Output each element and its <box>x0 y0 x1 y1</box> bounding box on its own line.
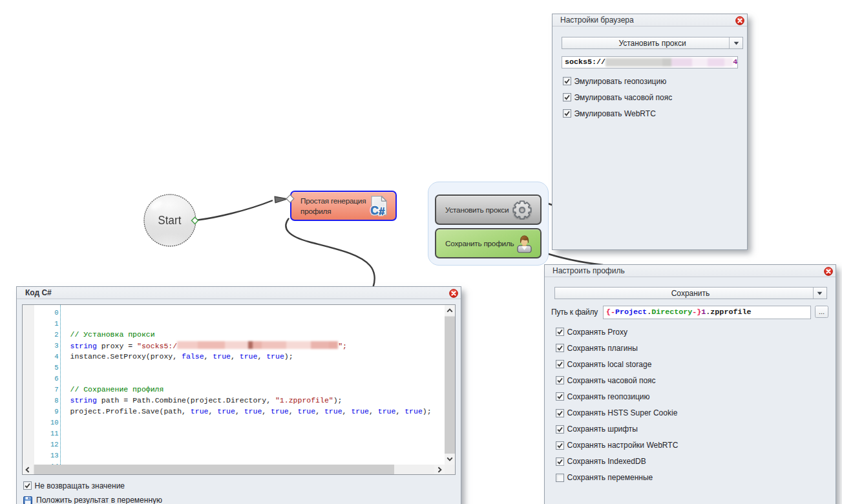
proxy-url-port: 4: <box>733 58 738 67</box>
close-icon[interactable] <box>824 267 833 276</box>
checkbox-checked[interactable] <box>556 328 564 336</box>
code-line: 6 <box>23 373 445 384</box>
checkbox-row[interactable]: Эмулировать часовой пояс <box>563 93 672 102</box>
code-token-kw: false <box>182 352 204 361</box>
save-profile-action-block[interactable]: Сохранить профиль <box>435 228 542 258</box>
checkbox-row[interactable]: Сохранять плагины <box>556 344 638 353</box>
save-action-button[interactable]: Сохранить <box>554 287 827 299</box>
checkbox-label: Эмулировать WebRTC <box>574 109 656 118</box>
checkbox-row[interactable]: Сохранять переменные <box>556 473 653 482</box>
proxy-url-input[interactable]: socks5://4: <box>562 56 738 68</box>
code-token-pl: , <box>262 407 271 415</box>
code-line: 8string path = Path.Combine(project.Dire… <box>23 396 445 407</box>
checkbox-label: Сохранять HSTS Super Cookie <box>567 408 678 417</box>
dropdown-arrow-icon[interactable] <box>813 288 826 299</box>
code-line: 5 <box>23 362 445 373</box>
code-panel-titlebar[interactable]: Код C# <box>17 287 461 299</box>
no-return-checkbox-row[interactable]: Не возвращать значение <box>23 481 125 490</box>
close-icon[interactable] <box>449 289 458 298</box>
checkbox-checked[interactable] <box>556 360 564 368</box>
checkbox-checked[interactable] <box>556 425 564 434</box>
code-line: 1 <box>23 319 445 330</box>
checkbox-unchecked[interactable] <box>556 474 564 482</box>
scroll-right-icon[interactable] <box>434 465 445 475</box>
browse-button[interactable]: ... <box>815 306 828 318</box>
wire-saveblock-to-panel <box>542 252 603 266</box>
checkbox-row[interactable]: Сохранять Proxy <box>556 328 627 337</box>
field-text-segment: {- <box>606 308 615 317</box>
code-token-pl: ); <box>423 407 432 415</box>
profile-panel-title: Настроить профиль <box>553 266 625 275</box>
code-token-pl: path = Path.Combine(project.Directory, <box>97 396 275 404</box>
checkbox-row[interactable]: Эмулировать геопозицию <box>563 77 666 86</box>
csharp-action-block[interactable]: Простая генерацияпрофиля C C # # <box>290 191 397 221</box>
code-token-pl: proxy = <box>97 342 137 350</box>
code-line: 10 <box>23 418 445 429</box>
csharp-code-panel: Код C# 012// Установка прокси3string pro… <box>16 286 461 504</box>
dropdown-arrow-icon[interactable] <box>729 37 742 48</box>
code-text: string proxy = "socks5:/"; <box>70 341 347 350</box>
checkbox-checked[interactable] <box>556 344 564 352</box>
checkbox-label: Сохранять плагины <box>567 344 638 353</box>
set-proxy-action-button[interactable]: Установить прокси <box>562 37 743 49</box>
vertical-scroll-thumb[interactable] <box>445 316 455 454</box>
code-token-pl: , <box>208 407 217 415</box>
scroll-up-icon[interactable] <box>445 305 455 315</box>
code-token-pl: , <box>289 407 298 415</box>
code-token-com: // Сохранение профиля <box>70 385 164 394</box>
checkbox-row[interactable]: Сохранять IndexedDB <box>556 457 646 466</box>
code-token-pl: , <box>342 407 352 415</box>
checkbox-checked[interactable] <box>556 457 564 466</box>
code-token-kw: string <box>70 342 97 350</box>
set-proxy-action-block[interactable]: Установить прокси <box>435 194 542 225</box>
browser-panel-title: Настройки браузера <box>560 16 634 25</box>
editor-margin <box>23 305 34 465</box>
checkbox-checked[interactable] <box>556 441 564 450</box>
checkbox-row[interactable]: Сохранять шрифты <box>556 425 638 434</box>
horizontal-scroll-thumb[interactable] <box>34 465 394 474</box>
code-token-kw: true <box>351 407 369 415</box>
proxy-url-value: socks5:// <box>565 58 605 67</box>
profile-settings-panel: Настроить профиль Сохранить Путь к файлу… <box>544 264 836 504</box>
code-text: instance.SetProxy(proxy, false, true, tr… <box>70 352 293 361</box>
browser-panel-titlebar[interactable]: Настройки браузера <box>553 14 747 26</box>
code-token-pl: , <box>395 407 405 415</box>
code-token-str: "socks5:/ <box>137 342 177 350</box>
checkbox-row[interactable]: Сохранять настройки WebRTC <box>556 441 678 450</box>
checkbox-row[interactable]: Сохранять local storage <box>556 360 651 369</box>
vertical-scrollbar[interactable] <box>445 305 455 465</box>
checkbox-label: Сохранять local storage <box>567 360 652 369</box>
close-icon[interactable] <box>735 16 744 25</box>
svg-text:#: # <box>379 205 384 216</box>
checkbox-checked[interactable] <box>556 392 564 401</box>
code-token-kw: true <box>266 352 284 361</box>
code-token-pl: ); <box>284 352 293 361</box>
checkbox-row[interactable]: Сохранять геопозицию <box>556 392 650 401</box>
code-line: 9project.Profile.Save(path, true, true, … <box>23 407 445 418</box>
profile-panel-titlebar[interactable]: Настроить профиль <box>545 265 836 277</box>
checkbox-checked[interactable] <box>563 93 571 101</box>
start-node[interactable]: Start <box>144 194 196 246</box>
checkbox-row[interactable]: Сохранять HSTS Super Cookie <box>556 408 677 417</box>
scroll-left-icon[interactable] <box>23 465 33 475</box>
checkbox-label: Сохранять геопозицию <box>567 392 650 401</box>
checkbox-checked[interactable] <box>556 376 564 384</box>
checkbox-checked[interactable] <box>563 77 571 85</box>
code-text: project.Profile.Save(path, true, true, t… <box>70 407 432 415</box>
code-line: 2// Установка прокси <box>23 330 445 341</box>
save-profile-block-label: Сохранить профиль <box>445 239 514 248</box>
code-editor[interactable]: 012// Установка прокси3string proxy = "s… <box>22 304 456 475</box>
field-text-segment: .zpprofile <box>706 308 751 317</box>
checkbox-checked[interactable] <box>23 481 32 490</box>
horizontal-scrollbar[interactable] <box>23 465 445 474</box>
checkbox-checked[interactable] <box>556 409 564 417</box>
file-path-input[interactable]: {-Project.Directory-}1.zpprofile <box>603 306 811 319</box>
checkbox-row[interactable]: Эмулировать WebRTC <box>563 109 656 118</box>
scroll-down-icon[interactable] <box>445 454 455 465</box>
field-text-segment: Project <box>615 308 647 317</box>
checkbox-label: Сохранять Proxy <box>567 328 627 337</box>
result-variable-row[interactable]: Положить результат в переменную <box>23 496 162 504</box>
checkbox-row[interactable]: Сохранять часовой пояс <box>556 376 656 385</box>
checkbox-checked[interactable] <box>563 109 571 118</box>
code-line: 13 <box>23 451 445 462</box>
